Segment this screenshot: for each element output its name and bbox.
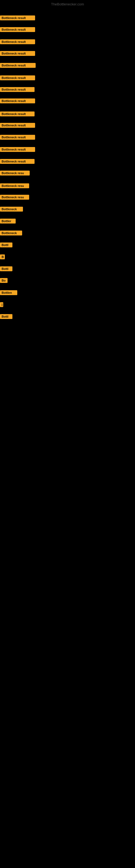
bottleneck-badge[interactable]: Bottleneck resu — [0, 195, 29, 199]
bottleneck-badge[interactable]: | — [0, 302, 3, 307]
bottleneck-badge[interactable]: Bottleneck result — [0, 123, 35, 128]
bottleneck-badge[interactable]: Bottleneck — [0, 230, 22, 236]
bottleneck-badge[interactable]: Bottleneck result — [0, 16, 35, 20]
bottleneck-badge[interactable]: Bottleneck result — [0, 98, 35, 103]
bottleneck-badge[interactable]: Bottleneck result — [0, 75, 35, 80]
bottleneck-badge[interactable]: Bo — [0, 278, 8, 283]
bottleneck-badge[interactable]: Bottleneck result — [0, 63, 36, 68]
bottleneck-badge[interactable]: Bottleneck result — [0, 87, 35, 92]
bottleneck-badge[interactable]: Bottleneck result — [0, 112, 35, 116]
bottleneck-badge[interactable]: Bottleneck result — [0, 159, 35, 164]
bottleneck-badge[interactable]: Bottler — [0, 219, 16, 223]
bottleneck-badge[interactable]: Bottleneck result — [0, 135, 35, 140]
bottleneck-badge[interactable]: B — [0, 254, 5, 259]
bottleneck-badge[interactable]: Bottleneck result — [0, 51, 35, 56]
site-title: TheBottlenecker.com — [0, 2, 135, 6]
bottleneck-badge[interactable]: Bottleneck result — [0, 27, 35, 32]
bottleneck-badge[interactable]: Bottleneck result — [0, 147, 35, 152]
bottleneck-badge[interactable]: Bottl — [0, 243, 12, 247]
bottleneck-badge[interactable]: Bottleneck result — [0, 39, 35, 44]
bottleneck-badge[interactable]: Bottlen — [0, 290, 17, 295]
bottleneck-badge[interactable]: Bottleneck resu — [0, 170, 30, 176]
bottleneck-badge[interactable]: Bottl — [0, 267, 12, 271]
bottleneck-badge[interactable]: Bottleneck resu — [0, 183, 29, 188]
bottleneck-badge[interactable]: Bottleneck — [0, 207, 23, 212]
bottleneck-badge[interactable]: Bottl — [0, 314, 12, 319]
